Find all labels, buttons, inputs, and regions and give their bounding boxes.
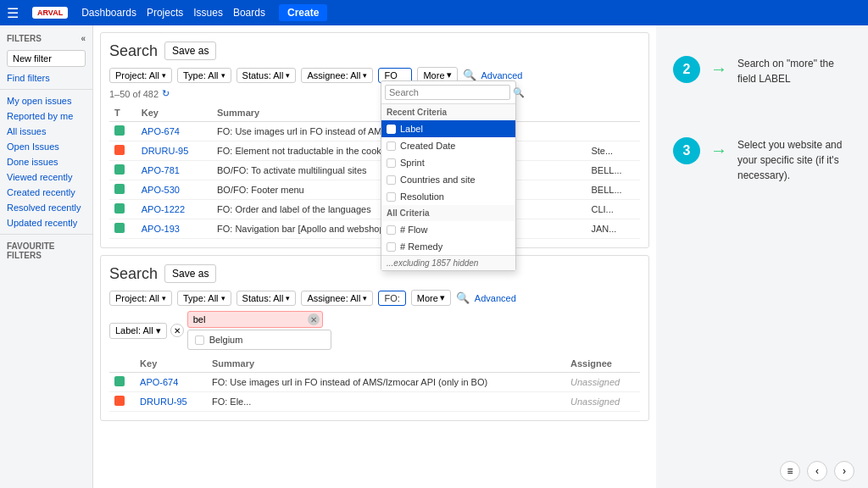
more-dropdown: 🔍 Recent Criteria Label Created Date Spr… (381, 80, 516, 271)
label-input-clear-icon[interactable]: ✕ (308, 313, 320, 325)
issue-key[interactable]: APO-1222 (142, 204, 185, 214)
table-row: APO-674 FO: Use images url in FO instead… (109, 122, 640, 141)
issue-type-story-icon (114, 203, 125, 214)
advanced-link-1[interactable]: Advanced (481, 70, 523, 80)
sidebar-item-created-recently[interactable]: Created recently (0, 185, 92, 200)
col-key: Key (136, 104, 212, 122)
favourite-filters-title: FAVOURITE FILTERS (0, 238, 92, 263)
nav-boards[interactable]: Boards (233, 7, 265, 19)
table-row: DRURU-95 FO: Element not traductable in … (109, 141, 640, 161)
issues-table-1: T Key Summary APO-674 FO: Use images url… (109, 104, 640, 239)
sidebar-item-resolved-recently[interactable]: Resolved recently (0, 200, 92, 215)
status-filter-1[interactable]: Status: All▾ (236, 68, 297, 83)
label-filter-button[interactable]: Label: All▾ (109, 323, 167, 339)
checkbox-icon (387, 158, 396, 168)
right-panel: 2 → Search on "more" the field LABEL 3 →… (656, 25, 868, 488)
more-button-2[interactable]: More▾ (411, 290, 451, 306)
step-3-text: Select you website and your specific sit… (737, 137, 851, 183)
project-filter-1[interactable]: Project: All▾ (109, 68, 172, 83)
step-2-circle: 2 (673, 56, 700, 83)
label-search-input[interactable] (187, 311, 323, 328)
nav-projects[interactable]: Projects (147, 7, 183, 19)
label-filter-bar: Label: All▾ ✕ ✕ Belgium (109, 311, 640, 350)
assignee-filter-1[interactable]: Assignee: All▾ (301, 68, 373, 83)
issue-type-bug-icon (114, 396, 125, 406)
type-filter-2[interactable]: Type: All▾ (177, 291, 231, 306)
content-area: Search Save as Project: All▾ Type: All▾ … (93, 25, 656, 488)
collapse-icon[interactable]: « (81, 34, 86, 43)
col-summary2: Summary (207, 355, 565, 373)
table-row: DRURU-95 FO: Ele... Unassigned (109, 392, 640, 412)
search-title-1: Search (109, 42, 158, 60)
save-as-button-2[interactable]: Save as (164, 264, 216, 283)
logo: ARVAL (32, 7, 68, 19)
sidebar-filters-title: FILTERS « (0, 30, 92, 47)
col-key2: Key (135, 355, 207, 373)
label-belgium-item[interactable]: Belgium (188, 330, 331, 349)
dropdown-search-input[interactable] (385, 85, 510, 100)
prev-page-button[interactable]: ‹ (807, 461, 827, 481)
label-clear-x-button[interactable]: ✕ (170, 324, 184, 337)
step-2-text: Search on "more" the field LABEL (737, 56, 851, 86)
refresh-icon-1[interactable]: ↻ (162, 88, 170, 99)
search-panel-1: Search Save as Project: All▾ Type: All▾ … (100, 32, 649, 248)
issue-key[interactable]: APO-193 (142, 224, 180, 234)
issues-table-2: Key Summary Assignee APO-674 FO: Use ima… (109, 355, 640, 412)
label-input-container: ✕ Belgium (187, 311, 331, 350)
list-view-button[interactable]: ≡ (780, 461, 800, 481)
issue-key[interactable]: APO-674 (140, 377, 178, 387)
dropdown-item-remedy[interactable]: # Remedy (381, 238, 515, 255)
all-criteria-title: All Criteria (381, 205, 515, 221)
sidebar-item-my-open-issues[interactable]: My open issues (0, 93, 92, 108)
find-filters-link[interactable]: Find filters (0, 70, 92, 86)
nav-issues[interactable]: Issues (193, 7, 223, 19)
issue-key[interactable]: DRURU-95 (140, 396, 187, 407)
hamburger-icon[interactable]: ☰ (7, 5, 19, 21)
issue-key[interactable]: DRURU-95 (142, 146, 189, 156)
nav-dashboards[interactable]: Dashboards (81, 7, 136, 19)
issue-key[interactable]: APO-530 (142, 185, 180, 195)
status-filter-2[interactable]: Status: All▾ (236, 291, 297, 306)
assignee-filter-2[interactable]: Assignee: All▾ (301, 291, 373, 306)
table-row: APO-1222 FO: Order and label of the lang… (109, 200, 640, 219)
issue-type-story-icon (114, 223, 125, 233)
dropdown-item-created-date[interactable]: Created Date (381, 137, 515, 154)
nav-links: Dashboards Projects Issues Boards (81, 7, 265, 19)
next-page-button[interactable]: › (834, 461, 854, 481)
sidebar-item-updated-recently[interactable]: Updated recently (0, 215, 92, 230)
search-header-2: Search Save as (109, 264, 640, 283)
search-icon-btn-1[interactable]: 🔍 (463, 69, 476, 81)
sidebar-item-viewed-recently[interactable]: Viewed recently (0, 169, 92, 185)
checkbox-icon (387, 242, 396, 252)
label-dropdown: Belgium (187, 330, 331, 350)
dropdown-footer: ...excluding 1857 hidden (381, 255, 515, 270)
advanced-link-2[interactable]: Advanced (475, 293, 516, 303)
dropdown-item-sprint[interactable]: Sprint (381, 154, 515, 171)
save-as-button-1[interactable]: Save as (164, 42, 216, 60)
table-row: APO-781 BO/FO: To activate multilingual … (109, 161, 640, 180)
sidebar-item-open-issues[interactable]: Open Issues (0, 139, 92, 154)
sidebar-item-done-issues[interactable]: Done issues (0, 154, 92, 169)
dropdown-item-resolution[interactable]: Resolution (381, 188, 515, 205)
step-2-instruction: 2 → Search on "more" the field LABEL (673, 56, 851, 86)
col-assignee2: Assignee (565, 355, 640, 373)
search-icon-btn-2[interactable]: 🔍 (456, 291, 470, 304)
dropdown-item-flow[interactable]: # Flow (381, 221, 515, 238)
type-filter-1[interactable]: Type: All▾ (177, 68, 231, 83)
table-row: APO-530 BO/FO: Footer menu BELL... (109, 180, 640, 200)
issue-key[interactable]: APO-674 (142, 126, 180, 136)
issue-type-story-icon (114, 164, 125, 175)
logo-text: ARVAL (37, 8, 63, 17)
project-filter-2[interactable]: Project: All▾ (109, 291, 172, 306)
table-row: APO-193 FO: Navigation bar [Apollo and w… (109, 219, 640, 239)
sidebar-item-reported-by-me[interactable]: Reported by me (0, 108, 92, 124)
results-info-1: 1–50 of 482 ↻ (109, 88, 640, 99)
issue-key[interactable]: APO-781 (142, 165, 180, 175)
create-button[interactable]: Create (279, 4, 327, 21)
sidebar-item-all-issues[interactable]: All issues (0, 124, 92, 139)
sidebar: FILTERS « New filter Find filters My ope… (0, 25, 93, 488)
dropdown-item-label[interactable]: Label (381, 120, 515, 137)
dropdown-item-countries[interactable]: Countries and site (381, 171, 515, 188)
new-filter-button[interactable]: New filter (7, 50, 86, 67)
col-t: T (109, 104, 136, 122)
